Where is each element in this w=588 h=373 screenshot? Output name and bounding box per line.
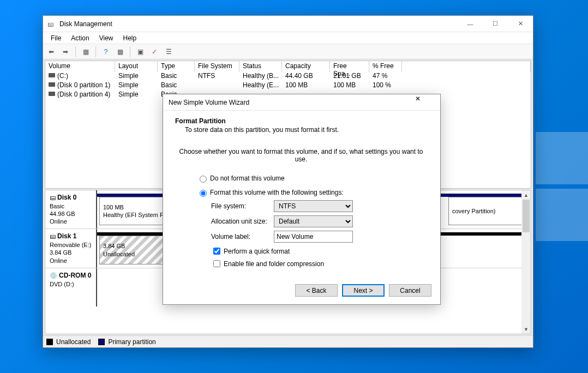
- app-icon: 🖴: [47, 20, 56, 28]
- radio-label: Do not format this volume: [210, 175, 285, 182]
- dialog-close-button[interactable]: ✕: [415, 95, 437, 110]
- list-view-icon[interactable]: ▦: [80, 46, 92, 58]
- allocation-unit-select[interactable]: Default: [274, 215, 353, 227]
- new-simple-volume-wizard-dialog: New Simple Volume Wizard ✕ Format Partit…: [163, 94, 441, 305]
- maximize-button[interactable]: ☐: [483, 16, 508, 32]
- col-freespace[interactable]: Free Spa...: [330, 61, 369, 72]
- filesystem-label: File system:: [211, 202, 274, 210]
- checkbox-label: Perform a quick format: [224, 248, 290, 255]
- help-icon[interactable]: ?: [100, 46, 112, 58]
- col-filesystem[interactable]: File System: [195, 61, 239, 72]
- check-icon[interactable]: ✓: [148, 46, 160, 58]
- disk-info[interactable]: 🖴 Disk 1 Removable (E:) 3.84 GB Online: [45, 229, 97, 267]
- col-pctfree[interactable]: % Free: [369, 61, 402, 72]
- checkbox-label: Enable file and folder compression: [224, 260, 324, 268]
- disk-info[interactable]: 🖴 Disk 0 Basic 44.98 GB Online: [45, 190, 97, 228]
- list-header: Volume Layout Type File System Status Ca…: [45, 61, 531, 72]
- col-status[interactable]: Status: [239, 61, 282, 72]
- close-button[interactable]: ✕: [508, 16, 533, 32]
- menu-action[interactable]: Action: [67, 33, 93, 43]
- dialog-prompt: Choose whether you want to format this v…: [175, 148, 427, 163]
- filesystem-select[interactable]: NTFS: [274, 200, 353, 212]
- partition-unallocated[interactable]: 3.84 GB Unallocated: [99, 236, 173, 264]
- legend: Unallocated Primary partition: [43, 335, 533, 347]
- toolbar: ⬅ ➡ ▦ ? ▦ ▣ ✓ ☰: [43, 44, 533, 59]
- legend-swatch-unallocated: [46, 339, 53, 345]
- titlebar: 🖴 Disk Management ― ☐ ✕: [43, 16, 533, 32]
- radio-format-with-settings[interactable]: Format this volume with the following se…: [197, 188, 427, 197]
- vertical-scrollbar[interactable]: ▲ ▼: [521, 190, 531, 334]
- partition[interactable]: covery Partition): [448, 197, 527, 225]
- properties-icon[interactable]: ☰: [163, 46, 175, 58]
- radio-input[interactable]: [200, 190, 207, 197]
- checkbox-input[interactable]: [213, 248, 220, 255]
- dialog-titlebar: New Simple Volume Wizard ✕: [163, 94, 440, 111]
- list-row[interactable]: (C:) Simple Basic NTFS Healthy (B... 44.…: [45, 72, 531, 81]
- disk-icon: [49, 82, 55, 87]
- col-capacity[interactable]: Capacity: [282, 61, 330, 72]
- volume-label-input[interactable]: [274, 231, 353, 243]
- dialog-title: New Simple Volume Wizard: [169, 99, 415, 106]
- disk-icon: [49, 92, 55, 96]
- radio-label: Format this volume with the following se…: [210, 189, 344, 196]
- back-button[interactable]: < Back: [295, 284, 338, 297]
- quick-format-checkbox[interactable]: Perform a quick format: [211, 246, 427, 256]
- next-button[interactable]: Next >: [342, 284, 385, 297]
- col-layout[interactable]: Layout: [115, 61, 158, 72]
- forward-icon[interactable]: ➡: [59, 46, 71, 58]
- col-volume[interactable]: Volume: [45, 61, 115, 72]
- partition[interactable]: 100 MB Healthy (EFI System P: [99, 197, 173, 225]
- menu-view[interactable]: View: [95, 33, 118, 43]
- menu-file[interactable]: File: [46, 33, 65, 43]
- legend-label: Primary partition: [108, 338, 155, 346]
- back-icon[interactable]: ⬅: [45, 46, 57, 58]
- menu-bar: File Action View Help: [43, 32, 533, 44]
- legend-label: Unallocated: [56, 338, 91, 346]
- volume-label-label: Volume label:: [211, 233, 274, 240]
- menu-help[interactable]: Help: [119, 33, 141, 43]
- checkbox-input[interactable]: [213, 260, 220, 267]
- radio-do-not-format[interactable]: Do not format this volume: [197, 174, 427, 183]
- scroll-down-icon[interactable]: ▼: [521, 324, 531, 334]
- cancel-button[interactable]: Cancel: [389, 284, 431, 297]
- window-title: Disk Management: [59, 20, 458, 28]
- compression-checkbox[interactable]: Enable file and folder compression: [211, 258, 427, 269]
- allocation-unit-label: Allocation unit size:: [211, 218, 274, 225]
- legend-swatch-primary: [98, 339, 105, 345]
- dialog-heading: Format Partition: [175, 117, 226, 125]
- refresh-icon[interactable]: ▣: [134, 46, 146, 58]
- scroll-up-icon[interactable]: ▲: [521, 190, 531, 200]
- radio-input[interactable]: [200, 176, 207, 183]
- disk-icon: [49, 73, 55, 77]
- col-type[interactable]: Type: [158, 61, 195, 72]
- minimize-button[interactable]: ―: [458, 16, 483, 32]
- scroll-thumb[interactable]: [523, 200, 530, 232]
- dialog-subheading: To store data on this partition, you mus…: [185, 126, 429, 134]
- disk-info[interactable]: 💿 CD-ROM 0 DVD (D:): [45, 268, 97, 306]
- list-row[interactable]: (Disk 0 partition 1) Simple Basic Health…: [45, 81, 531, 91]
- grid-view-icon[interactable]: ▦: [114, 46, 126, 58]
